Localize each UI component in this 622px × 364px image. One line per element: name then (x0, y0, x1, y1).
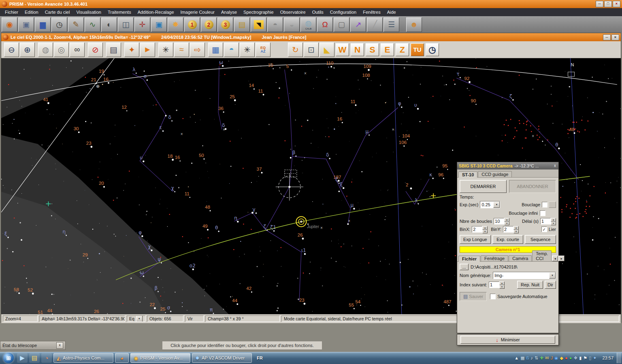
contrast-button[interactable]: ◐ (101, 17, 117, 32)
grid-asterisk-button[interactable]: ✳ (158, 42, 173, 57)
save-button[interactable]: ▣ (18, 17, 34, 32)
java-icon[interactable]: J (550, 355, 553, 361)
telescope-status-close-icon[interactable]: x (56, 342, 63, 349)
map-minimize-button[interactable]: ─ (603, 34, 611, 40)
spin-up-icon[interactable]: ▲ (482, 226, 488, 230)
status-red-icon[interactable]: ● (565, 355, 568, 361)
window-button[interactable]: ▢ (334, 17, 349, 32)
folder-icon[interactable]: ▤ (29, 353, 40, 363)
spin-down-icon[interactable]: ▼ (513, 230, 519, 233)
volume-icon[interactable]: ♪ (530, 355, 533, 361)
tab-scroll-left-icon[interactable]: ◄ (552, 256, 558, 261)
binoculars-button[interactable]: ∞ (70, 42, 85, 57)
pennant-button[interactable]: ► (140, 42, 155, 57)
browse-button[interactable]: ... (460, 264, 469, 270)
globe-button[interactable]: ◎ (54, 42, 69, 57)
sphere-button[interactable]: ◍ (38, 42, 53, 57)
spin-up-icon[interactable]: ▲ (551, 218, 556, 222)
index-spinner[interactable]: 1 ▲▼ (489, 281, 505, 288)
comet-button[interactable]: ≈ (174, 42, 189, 57)
sync-icon[interactable]: ◉ (554, 355, 558, 361)
exp-courte-button[interactable]: Exp. courte (492, 235, 524, 244)
curves-button[interactable]: ∿ (85, 17, 100, 32)
set-square-button[interactable]: ◣ (320, 42, 334, 57)
spin-down-icon[interactable]: ▼ (482, 230, 488, 233)
task-firefox[interactable]: ◕ (115, 353, 129, 363)
rep-nuit-button[interactable]: Rep. Nuit (517, 281, 543, 289)
direction-button-z[interactable]: Z (396, 43, 409, 56)
menu-observatoire[interactable]: Observatoire (277, 8, 309, 16)
task-ascom-driver[interactable]: ✹AP V2 ASCOM Driver (192, 353, 252, 363)
gear-button[interactable]: ✸ (168, 17, 183, 32)
sequence-button[interactable]: Sequence (525, 235, 556, 244)
slash-button[interactable]: ╱ (367, 17, 383, 32)
edit-button[interactable]: ✎ (68, 17, 84, 32)
nom-generique-combo[interactable]: Img- ▼ (493, 272, 556, 279)
user-profile-button[interactable]: ☻ (406, 17, 422, 32)
menu-edition[interactable]: Edition (21, 8, 42, 16)
dome-button[interactable]: ◓ (267, 17, 283, 32)
sauvegarde-auto-checkbox[interactable] (490, 294, 496, 299)
menu-traitements[interactable]: Traitements (104, 8, 134, 16)
update-icon[interactable]: ◆ (560, 355, 563, 361)
display-icon[interactable]: ▦ (520, 355, 524, 361)
screen-button[interactable]: ▣ (151, 17, 167, 32)
minimize-button[interactable]: ─ (596, 1, 603, 7)
camera-tab-st-10[interactable]: ST-10 (458, 171, 477, 178)
exposure-combo[interactable]: 0.25 ▼ (480, 201, 500, 208)
frame-combo[interactable]: Eq▼ (127, 315, 145, 322)
telescope-status-window[interactable]: État du télescope x (0, 341, 66, 350)
network-icon[interactable]: ⇅ (535, 355, 538, 361)
bouclage-checkbox[interactable] (542, 202, 547, 207)
ephemeris-button[interactable]: ▦ (208, 42, 223, 57)
restore-button[interactable]: □ (604, 1, 612, 7)
menu-carte-du-ciel[interactable]: Carte du ciel (42, 8, 73, 16)
file-tab-fichier[interactable]: Fichier (458, 256, 480, 262)
spin-down-icon[interactable]: ▼ (504, 222, 509, 225)
spin-down-icon[interactable]: ▼ (551, 222, 556, 225)
lier-checkbox[interactable]: ✓ (541, 226, 547, 232)
filter-wheel-2-button[interactable]: 2 (201, 17, 217, 32)
filter-wheel-3-button[interactable]: 3 (217, 17, 233, 32)
filter-wheel-1-button[interactable]: 1 (184, 17, 200, 32)
direction-button-s[interactable]: S (366, 43, 379, 56)
rotate-button[interactable]: ↻ (288, 42, 303, 57)
delai-spinner[interactable]: 1 ▲▼ (540, 218, 556, 224)
flag-icon[interactable]: ⚑ (583, 355, 587, 361)
open-image-button[interactable]: ◉ (2, 17, 17, 32)
tab-scroll-right-icon[interactable]: ► (558, 256, 564, 261)
eq-az-button[interactable]: EQAZ (256, 42, 271, 57)
demarrer-button[interactable]: DEMARRER (460, 180, 507, 193)
center-star-button[interactable]: ✦ (124, 42, 139, 57)
shield-icon[interactable]: ✦ (593, 355, 596, 361)
ccd-camera-button[interactable]: ▤ (234, 17, 250, 32)
file-tab-temp-cci[interactable]: Temp. CCI (532, 250, 552, 261)
horizon-button[interactable]: ◓ (224, 42, 239, 57)
menu-fen-tres[interactable]: Fenêtres (360, 8, 383, 16)
clock-button[interactable]: ◷ (426, 43, 439, 56)
dropdown-arrow-icon[interactable]: ▼ (136, 315, 143, 322)
chat-icon[interactable]: ❖ (573, 355, 577, 361)
spin-up-icon[interactable]: ▲ (504, 218, 509, 222)
direction-button-n[interactable]: N (351, 43, 364, 56)
minimiser-button[interactable]: ↓ Minimiser (460, 336, 555, 344)
tu-button[interactable]: TU (411, 43, 424, 56)
select-region-button[interactable]: ⊡ (304, 42, 319, 57)
direction-button-e[interactable]: E (381, 43, 394, 56)
bluetooth-icon[interactable]: ß (526, 355, 529, 361)
histogram-button[interactable]: ▆ (35, 17, 51, 32)
biny-spinner[interactable]: 2 ▲▼ (503, 226, 519, 233)
menu-analyse[interactable]: Analyse (218, 8, 240, 16)
bouclage-aux-button[interactable] (549, 201, 556, 208)
graph-button[interactable]: ↗ (350, 17, 366, 32)
dir-button[interactable]: Dir (545, 281, 556, 289)
dropdown-arrow-icon[interactable]: ▼ (549, 272, 556, 279)
menu-outils[interactable]: Outils (309, 8, 327, 16)
browser-icon[interactable]: ◔ (41, 353, 52, 363)
magnet-button[interactable]: Ω (317, 17, 333, 32)
language-indicator[interactable]: FR (257, 356, 263, 360)
menu-spectrographie[interactable]: Spectrographie (240, 8, 277, 16)
camera-panel-titlebar[interactable]: SBIG ST-10 3 CCD Camera -> -12.3°C ... x (457, 162, 558, 169)
media-player-icon[interactable]: ▶ (17, 353, 28, 363)
no-target-button[interactable]: ⊘ (88, 42, 103, 57)
